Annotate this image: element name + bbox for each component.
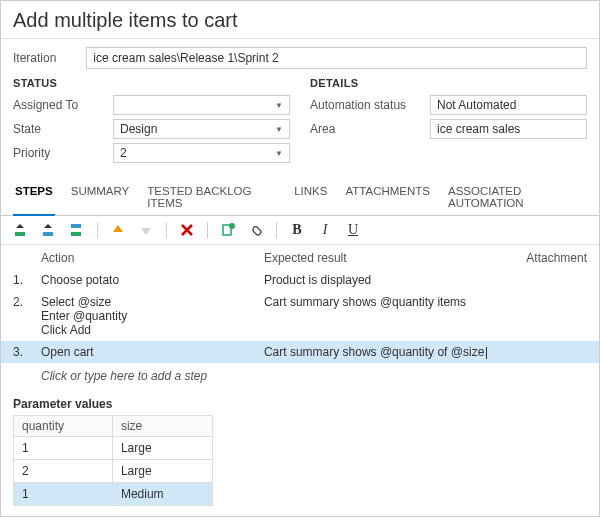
iteration-input[interactable]: ice cream sales\Release 1\Sprint 2 [86, 47, 587, 69]
steps-grid-body: 1.Choose potatoProduct is displayed2.Sel… [1, 269, 599, 363]
param-cell[interactable]: 2 [14, 460, 113, 483]
param-cell[interactable]: 1 [14, 483, 113, 506]
area-label: Area [310, 122, 420, 136]
svg-rect-3 [71, 232, 81, 236]
status-header: STATUS [13, 77, 290, 89]
page-title[interactable]: Add multiple items to cart [1, 1, 599, 39]
attachment-icon[interactable] [248, 222, 264, 238]
step-action-cell[interactable]: Choose potato [41, 273, 264, 287]
assigned-to-label: Assigned To [13, 98, 103, 112]
step-row[interactable]: 3.Open cartCart summary shows @quantity … [1, 341, 599, 363]
tab-tested-backlog-items[interactable]: TESTED BACKLOG ITEMS [145, 181, 278, 215]
parameter-values-table: quantitysize 1Large2Large1Medium [13, 415, 213, 506]
area-value: ice cream sales [437, 122, 520, 136]
col-attachment-header: Attachment [507, 251, 587, 265]
add-step-hint[interactable]: Click or type here to add a step [1, 363, 599, 393]
step-row[interactable]: 2.Select @size Enter @quantity Click Add… [1, 291, 599, 341]
priority-dropdown[interactable]: 2 ▼ [113, 143, 290, 163]
parameter-values-title: Parameter values [1, 393, 599, 415]
state-label: State [13, 122, 103, 136]
step-expected-cell[interactable]: Product is displayed [264, 273, 507, 287]
details-header: DETAILS [310, 77, 587, 89]
tab-attachments[interactable]: ATTACHMENTS [343, 181, 432, 215]
step-action-cell[interactable]: Open cart [41, 345, 264, 359]
param-row[interactable]: 1Large [14, 437, 213, 460]
area-dropdown[interactable]: ice cream sales [430, 119, 587, 139]
insert-shared-step-icon[interactable] [41, 222, 57, 238]
italic-button[interactable]: I [317, 222, 333, 238]
param-row[interactable]: 2Large [14, 460, 213, 483]
assigned-to-dropdown[interactable]: ▼ [113, 95, 290, 115]
insert-parameter-icon[interactable] [220, 222, 236, 238]
priority-value: 2 [120, 146, 127, 160]
col-action-header: Action [41, 251, 264, 265]
param-row[interactable]: 1Medium [14, 483, 213, 506]
svg-point-5 [229, 223, 235, 229]
tab-steps[interactable]: STEPS [13, 181, 55, 216]
tab-links[interactable]: LINKS [292, 181, 329, 215]
separator [276, 222, 277, 238]
param-column-header: size [112, 416, 212, 437]
automation-status-dropdown[interactable]: Not Automated [430, 95, 587, 115]
chevron-down-icon: ▼ [275, 125, 283, 134]
step-number: 1. [13, 273, 41, 287]
automation-status-label: Automation status [310, 98, 420, 112]
step-expected-cell[interactable]: Cart summary shows @quantity items [264, 295, 507, 309]
iteration-row: Iteration ice cream sales\Release 1\Spri… [1, 39, 599, 77]
priority-label: Priority [13, 146, 103, 160]
state-value: Design [120, 122, 157, 136]
param-cell[interactable]: Large [112, 437, 212, 460]
step-expected-cell[interactable]: Cart summary shows @quantity of @size [264, 345, 507, 359]
status-section: STATUS Assigned To ▼ State Design ▼ Prio… [13, 77, 290, 167]
details-section: DETAILS Automation status Not Automated … [310, 77, 587, 167]
param-column-header: quantity [14, 416, 113, 437]
chevron-down-icon: ▼ [275, 101, 283, 110]
separator [207, 222, 208, 238]
chevron-down-icon: ▼ [275, 149, 283, 158]
param-cell[interactable]: 1 [14, 437, 113, 460]
work-item-form: Add multiple items to cart Iteration ice… [0, 0, 600, 517]
delete-icon[interactable] [179, 222, 195, 238]
move-down-icon[interactable] [138, 222, 154, 238]
automation-status-value: Not Automated [437, 98, 516, 112]
svg-rect-0 [15, 232, 25, 236]
tab-summary[interactable]: SUMMARY [69, 181, 132, 215]
step-number: 3. [13, 345, 41, 359]
tab-associated-automation[interactable]: ASSOCIATED AUTOMATION [446, 181, 587, 215]
move-up-icon[interactable] [110, 222, 126, 238]
separator [97, 222, 98, 238]
create-shared-steps-icon[interactable] [69, 222, 85, 238]
tab-bar: STEPSSUMMARYTESTED BACKLOG ITEMSLINKSATT… [1, 175, 599, 216]
iteration-label: Iteration [13, 51, 56, 65]
param-cell[interactable]: Medium [112, 483, 212, 506]
separator [166, 222, 167, 238]
steps-toolbar: B I U [1, 216, 599, 245]
svg-rect-2 [71, 224, 81, 228]
svg-rect-1 [43, 232, 53, 236]
step-row[interactable]: 1.Choose potatoProduct is displayed [1, 269, 599, 291]
param-cell[interactable]: Large [112, 460, 212, 483]
bold-button[interactable]: B [289, 222, 305, 238]
step-number: 2. [13, 295, 41, 309]
col-expected-header: Expected result [264, 251, 507, 265]
insert-step-icon[interactable] [13, 222, 29, 238]
underline-button[interactable]: U [345, 222, 361, 238]
steps-grid-header: Action Expected result Attachment [1, 245, 599, 269]
state-dropdown[interactable]: Design ▼ [113, 119, 290, 139]
step-action-cell[interactable]: Select @size Enter @quantity Click Add [41, 295, 264, 337]
